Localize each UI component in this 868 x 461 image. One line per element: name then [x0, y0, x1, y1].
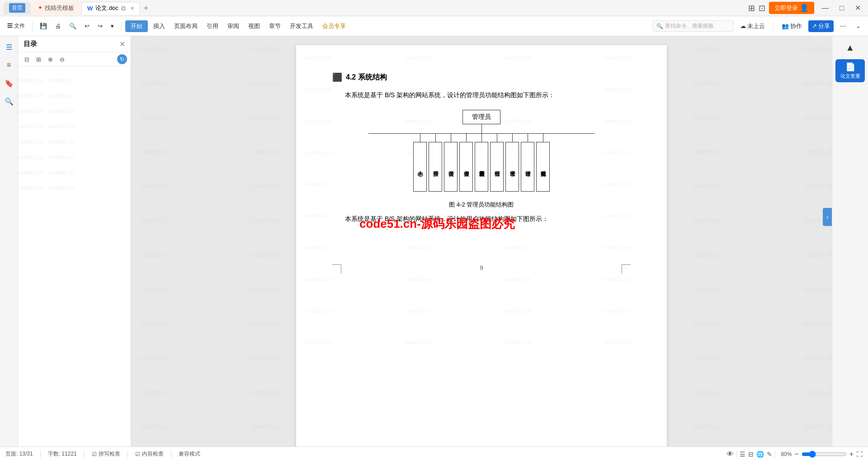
- paper-check-btn[interactable]: 📄 论文查重: [835, 59, 865, 82]
- toolbar-redo-icon[interactable]: ↪: [94, 21, 106, 31]
- toolbar-file[interactable]: ☰ 文件: [4, 20, 28, 32]
- toolbar-chapter[interactable]: 章节: [265, 20, 284, 32]
- figure-caption: 图 4-2 管理员功能结构图: [332, 201, 631, 209]
- cloud-sync-btn[interactable]: ☁ 未上云: [736, 20, 769, 32]
- search-box[interactable]: 🔍 查找命令、搜索模板: [652, 20, 734, 32]
- tab-template-label: 找稿壳模板: [45, 4, 74, 12]
- toolbar-sep-1: [32, 22, 33, 31]
- left-icon-bar: ☰ ≡ 🔖 🔍: [0, 36, 18, 447]
- sidebar-content: code51.cn code51.cn code51.cn code51.cn …: [18, 66, 131, 447]
- toolbar-preview-icon[interactable]: 🔍: [66, 21, 80, 31]
- upload-icon: ▲: [846, 42, 855, 53]
- toolbar-start-btn[interactable]: 开始: [125, 20, 148, 32]
- status-sep-2: [84, 451, 85, 458]
- content-check-btn[interactable]: ☑ 内容检查: [135, 450, 164, 458]
- window-grid-icon[interactable]: ⊡: [759, 3, 765, 13]
- toc-expand-all-btn[interactable]: ⊞: [33, 54, 43, 64]
- tab-home[interactable]: 首页: [4, 2, 31, 14]
- toolbar-more-icon[interactable]: ▾: [107, 21, 118, 31]
- sidebar-title: 目录: [24, 40, 37, 48]
- checkbox-icon: ☑: [92, 451, 97, 457]
- zoom-in-btn[interactable]: +: [849, 450, 854, 458]
- toc-item-1[interactable]: ∨1 系统概述: [18, 445, 131, 447]
- toolbar-view[interactable]: 视图: [245, 20, 264, 32]
- more-menu-btn[interactable]: ⋯: [836, 21, 849, 31]
- right-panel: ▲ 📄 论文查重: [832, 36, 868, 447]
- user-avatar-icon: 👤: [800, 4, 809, 12]
- fullscreen-btn[interactable]: ⛶: [856, 451, 863, 458]
- doc-intro-1: 本系统是基于 B/S 架构的网站系统，设计的管理员功能结构图如下图所示：: [332, 89, 631, 101]
- toolbar: ☰ 文件 💾 🖨 🔍 ↩ ↪ ▾ 开始 插入 页面布局 引用 审阅 视图 章节 …: [0, 16, 868, 36]
- list-view-icon[interactable]: ☰: [740, 451, 745, 458]
- bookmark-icon[interactable]: 🔖: [2, 76, 16, 90]
- toolbar-page-layout[interactable]: 页面布局: [170, 20, 201, 32]
- edit-icon[interactable]: ✎: [767, 451, 772, 458]
- org-chart: 管理员 个人中心: [332, 110, 631, 192]
- outline-icon[interactable]: ≡: [2, 58, 16, 72]
- restore-btn[interactable]: □: [836, 4, 848, 12]
- section-header: ⬛ 4.2 系统结构: [332, 72, 631, 82]
- eye-icon[interactable]: 👁: [726, 450, 734, 458]
- org-child-3: 会员管理: [444, 134, 458, 192]
- share-btn[interactable]: ↗ 分享: [808, 20, 834, 32]
- page-count: 页面: 13/31: [5, 450, 33, 458]
- org-child-7: 水果管理: [505, 134, 519, 192]
- toolbar-print-icon[interactable]: 🖨: [52, 21, 65, 31]
- tab-close-btn[interactable]: ✕: [130, 5, 134, 11]
- toc-add-btn[interactable]: ⊕: [45, 54, 55, 64]
- org-child-6: 积分管理: [490, 134, 504, 192]
- toc-collapse-all-btn[interactable]: ⊟: [22, 54, 32, 64]
- toolbar-save-icon[interactable]: 💾: [36, 21, 51, 31]
- sidebar-toggle-btn[interactable]: ›: [823, 208, 832, 226]
- org-child-2: 用户管理: [429, 134, 442, 192]
- toc-icon[interactable]: ☰: [2, 40, 16, 54]
- search-sidebar-icon[interactable]: 🔍: [2, 94, 16, 108]
- org-child-1: 个人中心: [413, 134, 427, 192]
- toolbar-insert[interactable]: 插入: [150, 20, 169, 32]
- doc-scroll[interactable]: code51.cncode51.cncode51.cncode51.cncode…: [131, 36, 832, 447]
- zoom-out-btn[interactable]: −: [794, 450, 798, 458]
- toolbar-quick-actions: 💾 🖨 🔍 ↩ ↪ ▾: [36, 21, 118, 31]
- cloud-icon: ☁: [740, 23, 746, 29]
- sidebar-close-btn[interactable]: ✕: [119, 40, 125, 48]
- toolbar-member[interactable]: 会员专享: [319, 20, 349, 32]
- admin-box: 管理员: [462, 110, 500, 124]
- template-icon: ✦: [38, 5, 42, 11]
- paper-check-label: 论文查重: [840, 73, 860, 80]
- page-corner-tr: [622, 264, 631, 273]
- upload-btn[interactable]: ▲: [837, 40, 864, 56]
- toolbar-reference[interactable]: 引用: [203, 20, 222, 32]
- org-child-9: 积分兑换管理: [536, 134, 550, 192]
- sidebar-refresh-btn[interactable]: ↻: [117, 54, 127, 64]
- close-btn[interactable]: ✕: [851, 4, 864, 12]
- title-bar-actions: ⊞ ⊡ 立即登录 👤 — □ ✕: [748, 2, 864, 14]
- globe-icon[interactable]: 🌐: [756, 451, 764, 458]
- tab-doc[interactable]: W 论文.doc ⧉ ✕: [81, 2, 140, 14]
- window-layout-icon[interactable]: ⊞: [748, 3, 755, 13]
- home-icon: 首页: [9, 3, 25, 13]
- status-sep-6: [775, 451, 775, 458]
- word-count: 字数: 11221: [48, 450, 77, 458]
- tab-template[interactable]: ✦ 找稿壳模板: [33, 2, 80, 14]
- page-number: 9: [480, 264, 483, 273]
- toolbar-dev-tools[interactable]: 开发工具: [286, 20, 317, 32]
- minimize-btn[interactable]: —: [818, 4, 832, 12]
- doc-area: code51.cncode51.cncode51.cncode51.cncode…: [131, 36, 832, 447]
- status-sep-5: [736, 451, 737, 458]
- doc-page: ⬛ 4.2 系统结构 code51.cncode51.cncode51.cnco…: [296, 45, 667, 447]
- toc-remove-btn[interactable]: ⊖: [57, 54, 67, 64]
- zoom-slider[interactable]: [802, 451, 847, 458]
- search-placeholder: 查找命令、搜索模板: [665, 22, 714, 30]
- add-tab-btn[interactable]: +: [144, 4, 149, 12]
- tab-restore-icon[interactable]: ⧉: [121, 5, 126, 12]
- split-view-icon[interactable]: ⊟: [748, 451, 754, 458]
- login-button[interactable]: 立即登录 👤: [769, 2, 814, 14]
- collaborate-btn[interactable]: 👥 协作: [778, 20, 806, 32]
- main-layout: ☰ ≡ 🔖 🔍 目录 ✕ ⊟ ⊞ ⊕ ⊖ ↻ code51.cn code51.…: [0, 36, 868, 447]
- expand-icon[interactable]: ⌄: [852, 21, 864, 31]
- toolbar-undo-icon[interactable]: ↩: [81, 21, 93, 31]
- connector-v-top: [481, 124, 482, 133]
- status-bar: 页面: 13/31 字数: 11221 ☑ 拼写检查 ☑ 内容检查 兼容模式 👁…: [0, 447, 868, 461]
- spell-check-btn[interactable]: ☑ 拼写检查: [92, 450, 120, 458]
- toolbar-review[interactable]: 审阅: [224, 20, 243, 32]
